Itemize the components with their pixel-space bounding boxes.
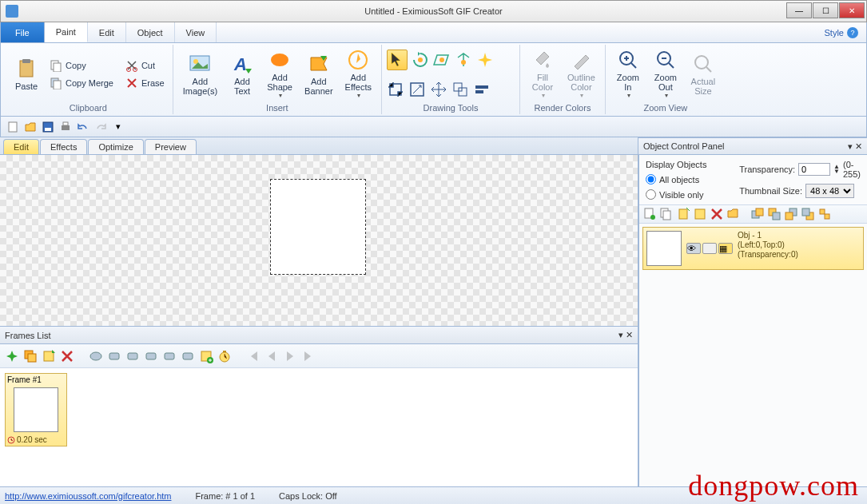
frame-tool-6-icon[interactable]	[181, 349, 195, 363]
new-button[interactable]	[6, 120, 20, 134]
status-url[interactable]: http://www.eximioussoft.com/gifcreator.h…	[5, 491, 171, 501]
style-menu[interactable]: Style?	[817, 22, 866, 42]
doctab-optimize[interactable]: Optimize	[88, 139, 143, 154]
copy-obj-icon[interactable]	[659, 207, 674, 221]
add-text-button[interactable]: AAdd Text	[225, 51, 260, 97]
add-shape-button[interactable]: Add Shape	[262, 47, 297, 101]
frame-tool-4-icon[interactable]	[144, 349, 158, 363]
bring-front-icon[interactable]	[750, 207, 765, 221]
send-backward-icon[interactable]	[784, 207, 798, 221]
radio-visible-only[interactable]: Visible only	[646, 189, 731, 200]
lock-toggle[interactable]	[702, 243, 717, 254]
copy-button[interactable]: Copy	[46, 58, 117, 73]
maximize-button[interactable]: ☐	[813, 2, 838, 18]
paste-button[interactable]: Paste	[9, 56, 44, 93]
zoom-out-button[interactable]: Zoom Out	[648, 47, 683, 101]
doctab-edit[interactable]: Edit	[3, 139, 39, 154]
radio-all-objects[interactable]: All objects	[646, 174, 731, 185]
frame-thumb-1[interactable]: Frame #1 0.20 sec	[5, 373, 67, 446]
selection-toggle[interactable]: ▦	[718, 243, 733, 254]
frame-tool-2-icon[interactable]	[107, 349, 121, 363]
doctab-effects[interactable]: Effects	[40, 139, 87, 154]
svg-rect-53	[773, 212, 780, 220]
qat-dropdown[interactable]: ▾	[111, 120, 125, 134]
bring-forward-icon[interactable]	[767, 207, 781, 221]
import-frame-icon[interactable]	[42, 349, 56, 363]
undo-button[interactable]	[76, 120, 90, 134]
radio-all-input[interactable]	[646, 174, 656, 185]
visibility-toggle[interactable]: 👁	[686, 243, 701, 254]
prev-frame-icon[interactable]	[264, 349, 279, 363]
duplicate-frame-icon[interactable]	[23, 349, 38, 363]
frame-tool-3-icon[interactable]	[125, 349, 140, 363]
paste-obj-icon[interactable]	[676, 207, 690, 221]
tab-edit[interactable]: Edit	[88, 22, 126, 42]
object-item-1[interactable]: 👁 ▦ Obj - 1 (Left:0,Top:0) (Transparency…	[642, 227, 864, 270]
add-banner-button[interactable]: Add Banner	[300, 51, 337, 97]
delete-obj-icon[interactable]	[710, 207, 724, 221]
rotate-tool-icon[interactable]	[412, 51, 429, 69]
move-tool-icon[interactable]	[430, 81, 447, 98]
last-frame-icon[interactable]	[301, 349, 316, 363]
delete-frame-icon[interactable]	[60, 349, 74, 363]
select-tool[interactable]	[387, 50, 408, 70]
radio-visible-input[interactable]	[646, 189, 656, 200]
copymerge-button[interactable]: Copy Merge	[46, 75, 117, 91]
frames-close-button[interactable]: ✕	[626, 330, 633, 340]
spinner-buttons[interactable]: ▲▼	[833, 165, 840, 174]
zoom-in-button[interactable]: Zoom In	[610, 47, 646, 101]
add-images-button[interactable]: Add Image(s)	[178, 51, 222, 97]
align-tool-icon[interactable]	[473, 81, 491, 98]
doctab-preview[interactable]: Preview	[145, 139, 197, 154]
flip-tool-icon[interactable]	[455, 51, 472, 69]
frame-tool-5-icon[interactable]	[162, 349, 177, 363]
zoom-in-label: Zoom In	[617, 73, 639, 92]
ocp-header: Object Control Panel ▾✕	[638, 137, 867, 155]
print-button[interactable]	[58, 120, 73, 134]
first-frame-icon[interactable]	[246, 349, 260, 363]
thumbnail-size-select[interactable]: 48 x 48	[805, 184, 854, 198]
skew-tool-icon[interactable]	[433, 51, 451, 69]
actual-size-button[interactable]: Actual Size	[686, 51, 721, 97]
ocp-pin-button[interactable]: ▾	[848, 141, 853, 152]
cut-button[interactable]: Cut	[122, 58, 168, 73]
next-frame-icon[interactable]	[283, 349, 297, 363]
frame-add-icon[interactable]	[199, 349, 213, 363]
file-menu[interactable]: File	[1, 22, 45, 42]
tab-view[interactable]: View	[175, 22, 217, 42]
transparency-input[interactable]	[798, 163, 830, 176]
canvas-object[interactable]	[270, 179, 366, 275]
group-clipboard: Paste Copy Copy Merge Cut Erase Clipboar…	[4, 45, 173, 114]
spark-tool-icon[interactable]	[476, 51, 494, 69]
close-button[interactable]: ✕	[839, 2, 865, 18]
scissors-icon	[125, 59, 138, 72]
clipboard-group-label: Clipboard	[9, 101, 168, 113]
crop-tool-icon[interactable]	[387, 81, 404, 98]
new-obj-icon[interactable]	[642, 207, 657, 221]
redo-button[interactable]	[93, 120, 108, 134]
ocp-close-button[interactable]: ✕	[855, 141, 862, 152]
frame-tool-1-icon[interactable]	[89, 349, 103, 363]
save-obj-icon[interactable]	[726, 207, 741, 221]
group-obj-icon[interactable]	[817, 207, 832, 221]
erase-button[interactable]: Erase	[122, 75, 168, 91]
frames-pin-button[interactable]: ▾	[618, 330, 623, 340]
send-back-icon[interactable]	[801, 207, 815, 221]
outline-color-button[interactable]: Outline Color	[563, 47, 600, 101]
resize-tool-icon[interactable]	[408, 81, 426, 98]
fill-color-button[interactable]: Fill Color	[525, 47, 560, 101]
open-button[interactable]	[23, 120, 38, 134]
tab-object[interactable]: Object	[126, 22, 175, 42]
redo-icon	[94, 121, 107, 133]
save-button[interactable]	[41, 120, 55, 134]
edit-obj-icon[interactable]	[693, 207, 707, 221]
frame-timer-icon[interactable]	[217, 349, 232, 363]
add-effects-button[interactable]: Add Effects	[340, 47, 376, 101]
group-tool-icon[interactable]	[451, 81, 469, 98]
canvas-area[interactable]	[0, 155, 638, 327]
help-icon[interactable]: ?	[847, 27, 858, 38]
tab-paint[interactable]: Paint	[45, 22, 88, 42]
status-frame: Frame: # 1 of 1	[195, 491, 255, 501]
insert-frame-icon[interactable]	[5, 349, 19, 363]
minimize-button[interactable]: ―	[786, 2, 812, 18]
